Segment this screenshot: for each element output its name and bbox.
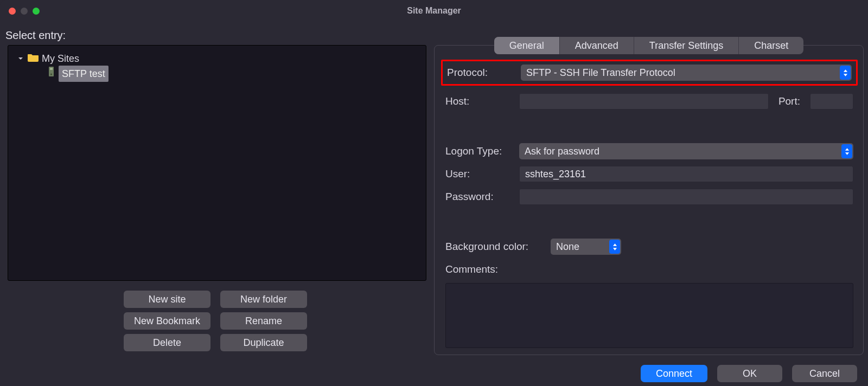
new-site-button[interactable]: New site — [124, 291, 210, 308]
logon-type-select[interactable]: Ask for password — [519, 143, 853, 159]
dropdown-stepper-icon — [840, 66, 851, 80]
tab-transfer-settings[interactable]: Transfer Settings — [634, 37, 738, 54]
protocol-label: Protocol: — [447, 67, 508, 79]
window-title: Site Manager — [0, 6, 868, 16]
settings-panel: General Advanced Transfer Settings Chars… — [434, 45, 864, 355]
comments-textarea[interactable] — [445, 283, 853, 348]
ok-button[interactable]: OK — [717, 365, 782, 382]
protocol-select[interactable]: SFTP - SSH File Transfer Protocol — [521, 65, 852, 81]
protocol-value: SFTP - SSH File Transfer Protocol — [526, 67, 675, 79]
site-tree[interactable]: My Sites SFTP test — [8, 45, 426, 281]
bgcolor-value: None — [556, 241, 579, 253]
titlebar: Site Manager — [0, 0, 868, 22]
delete-button[interactable]: Delete — [124, 334, 210, 351]
dropdown-stepper-icon — [841, 144, 852, 158]
duplicate-button[interactable]: Duplicate — [220, 334, 307, 351]
user-input[interactable] — [519, 166, 853, 182]
new-folder-button[interactable]: New folder — [220, 291, 307, 308]
host-label: Host: — [445, 95, 506, 107]
svg-rect-1 — [50, 68, 53, 70]
dropdown-stepper-icon — [609, 240, 620, 254]
dialog-buttons: Connect OK Cancel — [4, 355, 864, 382]
tree-site-label: SFTP test — [59, 66, 108, 82]
cancel-button[interactable]: Cancel — [792, 365, 857, 382]
tree-root-label: My Sites — [42, 51, 79, 66]
tab-advanced[interactable]: Advanced — [560, 37, 634, 54]
tab-general[interactable]: General — [494, 37, 559, 54]
folder-icon — [28, 51, 39, 66]
tree-root-row[interactable]: My Sites — [11, 51, 423, 66]
logon-type-label: Logon Type: — [445, 145, 506, 157]
user-label: User: — [445, 168, 506, 180]
port-label: Port: — [778, 95, 800, 107]
connect-button[interactable]: Connect — [641, 365, 707, 382]
chevron-down-icon[interactable] — [17, 55, 24, 62]
bgcolor-select[interactable]: None — [551, 239, 621, 255]
tree-site-row[interactable]: SFTP test — [42, 66, 423, 81]
tabs: General Advanced Transfer Settings Chars… — [494, 37, 804, 54]
rename-button[interactable]: Rename — [220, 312, 307, 330]
svg-point-2 — [50, 74, 52, 75]
password-input[interactable] — [519, 189, 853, 205]
protocol-highlight: Protocol: SFTP - SSH File Transfer Proto… — [441, 60, 858, 86]
comments-label: Comments: — [445, 263, 498, 275]
tab-charset[interactable]: Charset — [739, 37, 803, 54]
server-icon — [47, 66, 55, 81]
bgcolor-label: Background color: — [445, 241, 538, 253]
new-bookmark-button[interactable]: New Bookmark — [124, 312, 210, 330]
password-label: Password: — [445, 191, 506, 203]
port-input[interactable] — [810, 93, 853, 110]
site-button-grid: New site New folder New Bookmark Rename … — [4, 291, 426, 351]
logon-type-value: Ask for password — [525, 146, 599, 157]
host-input[interactable] — [519, 93, 769, 110]
